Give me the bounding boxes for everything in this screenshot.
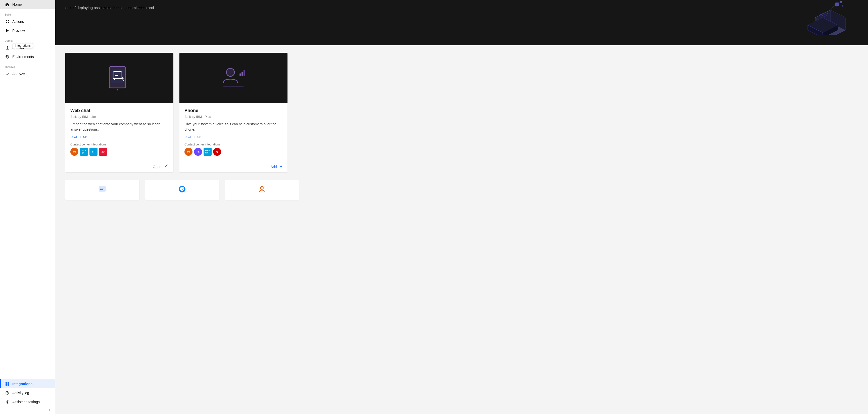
bottom-cards-row: [55, 180, 868, 208]
sidebar-item-integrations[interactable]: Integrations: [0, 379, 55, 388]
messenger-card[interactable]: [145, 180, 219, 200]
svg-point-39: [117, 89, 118, 90]
phone-card-body: Phone Built by IBM · Plus Give your syst…: [180, 103, 287, 161]
phone-subtitle: Built by IBM · Plus: [184, 115, 282, 119]
phone-integrations-label: Contact center integrations: [184, 143, 282, 146]
logo-nice-phone: NICECX: [204, 148, 212, 156]
svg-rect-2: [6, 22, 7, 23]
hero-banner: ods of deploying assistants. itional cus…: [55, 0, 868, 45]
phone-illustration: [218, 63, 249, 93]
main-content: ods of deploying assistants. itional cus…: [55, 0, 868, 414]
messenger-icon: [178, 185, 186, 195]
svg-rect-44: [244, 70, 245, 76]
integrations-tooltip: Integrations: [12, 43, 33, 48]
genesys-card[interactable]: [225, 180, 299, 200]
actions-icon: [5, 20, 9, 24]
web-chat-integrations-label: Contact center integrations: [70, 143, 168, 146]
sidebar-item-analyze[interactable]: Analyze: [0, 69, 55, 78]
svg-rect-1: [8, 20, 9, 21]
integrations-icon: [5, 382, 9, 386]
home-icon: [5, 2, 9, 6]
phone-plus-button[interactable]: +: [280, 164, 282, 169]
sidebar-item-analyze-label: Analyze: [12, 72, 25, 76]
phone-card-image: [180, 53, 287, 103]
web-chat-logos: 8x8 NICECX SF ZD: [70, 148, 168, 156]
web-chat-integrations: Contact center integrations 8x8 NICECX S…: [70, 143, 168, 156]
phone-add-button[interactable]: Add: [271, 165, 277, 169]
environments-icon: [5, 55, 9, 59]
activity-log-icon: [5, 391, 9, 395]
sidebar-item-activity-log[interactable]: Activity log: [0, 388, 55, 397]
logo-zendesk: ZD: [99, 148, 107, 156]
logo-t: ⊕: [213, 148, 221, 156]
sidebar-bottom: Integrations Activity log Assistant sett…: [0, 379, 55, 414]
phone-card: Phone Built by IBM · Plus Give your syst…: [180, 53, 287, 172]
sidebar-item-preview[interactable]: Preview: [0, 26, 55, 35]
web-chat-description: Embed the web chat onto your company web…: [70, 122, 168, 132]
svg-rect-42: [240, 73, 241, 76]
sidebar-item-home[interactable]: Home: [0, 0, 55, 9]
web-chat-edit-button[interactable]: [164, 164, 168, 169]
hero-illustration: [793, 0, 858, 35]
svg-rect-23: [840, 1, 842, 3]
sidebar-item-actions-label: Actions: [12, 20, 24, 24]
hero-description: ods of deploying assistants. itional cus…: [65, 5, 154, 11]
sidebar-item-assistant-settings[interactable]: Assistant settings: [0, 397, 55, 407]
sidebar-collapse-button[interactable]: [0, 407, 55, 414]
sidebar-item-environments-label: Environments: [12, 55, 34, 59]
svg-point-51: [261, 187, 262, 188]
svg-line-25: [830, 4, 835, 10]
hero-image: [793, 0, 858, 35]
sidebar-item-home-label: Home: [12, 2, 22, 6]
logo-8x8: 8x8: [70, 148, 79, 156]
publish-icon: [5, 46, 9, 50]
settings-icon: [5, 400, 9, 404]
phone-integrations: Contact center integrations 8x8 PL NICEC…: [184, 143, 282, 156]
preview-icon: [5, 29, 9, 33]
genesys-icon: [258, 185, 266, 195]
svg-rect-10: [7, 382, 9, 384]
sidebar-item-environments[interactable]: Environments: [0, 52, 55, 61]
sidebar-item-integrations-label: Integrations: [12, 382, 32, 386]
sms-icon: [98, 185, 106, 195]
logo-pl: PL: [194, 148, 202, 156]
svg-rect-9: [5, 382, 7, 384]
web-chat-learn-more[interactable]: Learn more: [70, 135, 168, 139]
svg-point-41: [226, 68, 235, 76]
phone-description: Give your system a voice so it can help …: [184, 122, 282, 132]
web-chat-subtitle: Built by IBM · Lite: [70, 115, 168, 119]
sidebar-item-preview-label: Preview: [12, 29, 25, 33]
web-chat-card-image: [65, 53, 174, 103]
phone-logos: 8x8 PL NICECX ⊕: [184, 148, 282, 156]
build-section-label: Build: [0, 9, 55, 17]
sidebar-item-activity-log-label: Activity log: [12, 391, 29, 395]
sidebar-item-assistant-settings-label: Assistant settings: [12, 400, 40, 404]
svg-rect-43: [242, 72, 243, 76]
sidebar: Home Build Actions Preview Deploy Publis…: [0, 0, 55, 414]
svg-rect-3: [8, 22, 9, 23]
svg-rect-24: [842, 5, 843, 6]
sidebar-item-actions[interactable]: Actions: [0, 17, 55, 26]
logo-nice: NICECX: [80, 148, 88, 156]
web-chat-card: Web chat Built by IBM · Lite Embed the w…: [65, 53, 174, 172]
svg-rect-5: [6, 49, 9, 50]
svg-rect-11: [5, 384, 7, 386]
svg-rect-12: [7, 384, 9, 386]
phone-card-footer: Add +: [180, 161, 287, 172]
deploy-section-label: Deploy: [0, 35, 55, 43]
web-chat-title: Web chat: [70, 108, 168, 113]
improve-section-label: Improve: [0, 61, 55, 69]
web-chat-card-body: Web chat Built by IBM · Lite Embed the w…: [65, 103, 174, 161]
analyze-icon: [5, 72, 9, 76]
phone-learn-more[interactable]: Learn more: [184, 135, 282, 139]
web-chat-open-button[interactable]: Open: [153, 165, 161, 169]
logo-8x8-phone: 8x8: [184, 148, 192, 156]
svg-rect-46: [99, 186, 105, 191]
svg-marker-4: [6, 29, 9, 32]
web-chat-card-footer: Open: [65, 161, 174, 172]
web-chat-illustration: [104, 63, 134, 93]
cards-section: Web chat Built by IBM · Lite Embed the w…: [55, 45, 868, 180]
hero-text: ods of deploying assistants. itional cus…: [65, 0, 154, 11]
sms-card[interactable]: [65, 180, 139, 200]
svg-rect-0: [6, 20, 7, 21]
